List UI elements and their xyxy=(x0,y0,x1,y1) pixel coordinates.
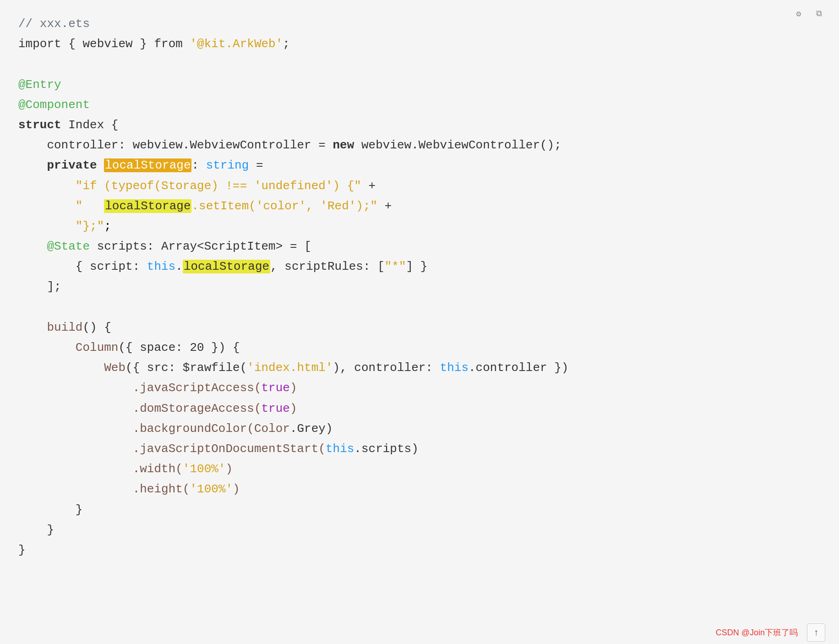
line-entry: @Entry xyxy=(18,75,821,95)
line-close-web: } xyxy=(18,500,821,520)
bottom-bar: CSDN @Join下班了吗 ↑ xyxy=(0,621,839,644)
line-script-arr: { script: this.localStorage, scriptRules… xyxy=(18,257,821,277)
line-str2: " localStorage.setItem('color', 'Red');"… xyxy=(18,196,821,216)
line-close-struct: } xyxy=(18,540,821,560)
line-import: import { webview } from '@kit.ArkWeb'; xyxy=(18,34,821,54)
line-close-build: } xyxy=(18,520,821,540)
settings-icon[interactable]: ⚙ xyxy=(792,7,805,20)
code-block: // xxx.ets import { webview } from '@kit… xyxy=(18,14,821,560)
line-width: .width('100%') xyxy=(18,459,821,479)
line-bracket: ]; xyxy=(18,277,821,297)
toolbar-icons: ⚙ ⧉ xyxy=(792,7,825,20)
line-bg-color: .backgroundColor(Color.Grey) xyxy=(18,419,821,439)
line-controller: controller: webview.WebviewController = … xyxy=(18,135,821,155)
copy-icon[interactable]: ⧉ xyxy=(812,7,825,20)
line-build: build() { xyxy=(18,317,821,338)
line-comment: // xxx.ets xyxy=(18,14,821,34)
line-height: .height('100%') xyxy=(18,479,821,499)
csdn-label: CSDN @Join下班了吗 xyxy=(716,627,798,638)
line-component: @Component xyxy=(18,95,821,115)
scroll-top-button[interactable]: ↑ xyxy=(807,623,825,642)
line-js-on-doc: .javaScriptOnDocumentStart(this.scripts) xyxy=(18,439,821,459)
line-web: Web({ src: $rawfile('index.html'), contr… xyxy=(18,358,821,378)
line-str3: "};"; xyxy=(18,216,821,236)
empty-line-1 xyxy=(18,54,821,74)
line-private: private localStorage: string = xyxy=(18,155,821,175)
line-dom-access: .domStorageAccess(true) xyxy=(18,398,821,419)
empty-line-2 xyxy=(18,297,821,317)
line-state: @State scripts: Array<ScriptItem> = [ xyxy=(18,236,821,257)
line-js-access: .javaScriptAccess(true) xyxy=(18,378,821,398)
code-container: ⚙ ⧉ // xxx.ets import { webview } from '… xyxy=(0,0,839,644)
line-str1: "if (typeof(Storage) !== 'undefined') {"… xyxy=(18,176,821,196)
line-column: Column({ space: 20 }) { xyxy=(18,338,821,358)
line-struct: struct Index { xyxy=(18,115,821,135)
